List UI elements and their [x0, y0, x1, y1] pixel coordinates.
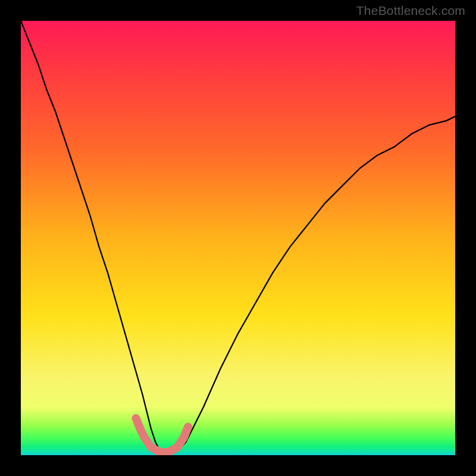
trough-marker-curve	[136, 418, 188, 452]
plot-area	[21, 21, 455, 455]
bottleneck-curve	[21, 21, 455, 455]
chart-stage: TheBottleneck.com	[0, 0, 476, 476]
watermark-text: TheBottleneck.com	[356, 4, 465, 18]
curve-layer	[21, 21, 455, 455]
